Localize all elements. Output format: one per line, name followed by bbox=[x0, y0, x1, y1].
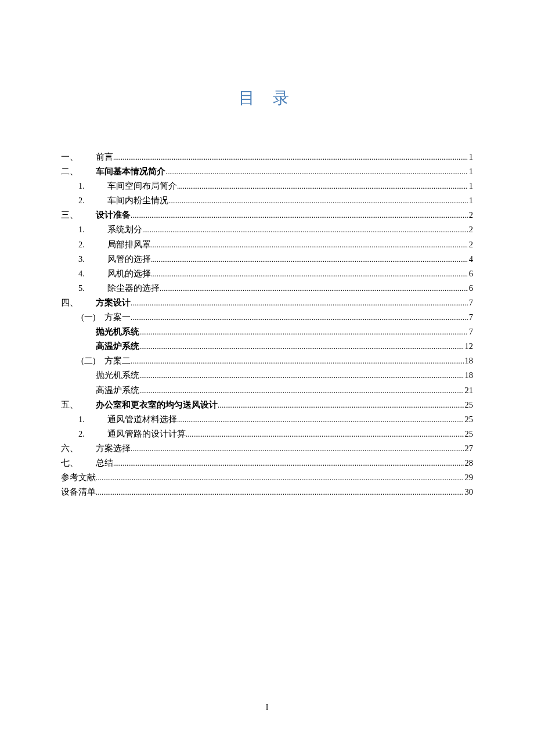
toc-leader-dots bbox=[177, 413, 464, 427]
toc-entry-label: 方案选择 bbox=[96, 441, 131, 456]
toc-leader-dots bbox=[218, 399, 464, 412]
toc-entry: 1.通风管道材料选择25 bbox=[61, 412, 473, 427]
toc-entry: 六、方案选择27 bbox=[61, 441, 473, 456]
toc-entry-label: 设计准备 bbox=[96, 208, 131, 222]
toc-entry-label: 方案二 bbox=[104, 354, 131, 368]
toc-entry-page: 21 bbox=[464, 383, 474, 398]
toc-leader-dots bbox=[186, 428, 464, 441]
toc-entry-label: 通风管路的设计计算 bbox=[107, 427, 186, 441]
toc-entry-label: 总结 bbox=[96, 456, 113, 470]
toc-entry-label: 参考文献 bbox=[61, 470, 96, 485]
toc-leader-dots bbox=[151, 253, 468, 267]
toc-entry-number: 2. bbox=[61, 427, 107, 441]
toc-entry: (一)方案一7 bbox=[61, 310, 473, 325]
toc-leader-dots bbox=[142, 224, 468, 237]
toc-entry-page: 27 bbox=[464, 441, 474, 456]
toc-entry: 1.系统划分2 bbox=[61, 222, 473, 237]
toc-entry: 2.车间内粉尘情况1 bbox=[61, 193, 473, 208]
toc-entry-number: (二) bbox=[61, 354, 104, 368]
toc-entry-page: 7 bbox=[468, 296, 473, 310]
toc-entry: 三、设计准备2 bbox=[61, 208, 473, 222]
toc-entry-number: 七、 bbox=[61, 456, 96, 470]
toc-entry-number: 1. bbox=[61, 179, 107, 193]
toc-entry-page: 18 bbox=[464, 354, 474, 368]
toc-entry: 四、方案设计7 bbox=[61, 296, 473, 310]
toc-entry-number: 2. bbox=[61, 237, 107, 252]
toc-entry-number: 1. bbox=[61, 222, 107, 237]
toc-entry-page: 4 bbox=[468, 252, 473, 267]
toc-entry-label: 风机的选择 bbox=[107, 267, 151, 281]
toc-entry: 高温炉系统12 bbox=[61, 339, 473, 354]
toc-entry-page: 29 bbox=[464, 470, 474, 485]
toc-entry-number: 六、 bbox=[61, 441, 96, 456]
toc-entry: 2.局部排风罩2 bbox=[61, 237, 473, 252]
toc-entry-number: 3. bbox=[61, 252, 107, 267]
toc-entry-page: 7 bbox=[468, 325, 473, 339]
toc-entry-page: 1 bbox=[468, 164, 473, 179]
toc-leader-dots bbox=[165, 165, 468, 179]
toc-entry: 高温炉系统21 bbox=[61, 383, 473, 398]
toc-leader-dots bbox=[131, 311, 468, 325]
toc-entry-label: 车间空间布局简介 bbox=[107, 179, 177, 193]
toc-entry: (二)方案二18 bbox=[61, 354, 473, 368]
toc-entry-page: 2 bbox=[468, 222, 473, 237]
toc-entry-label: 抛光机系统 bbox=[96, 368, 139, 383]
toc-entry-number: 4. bbox=[61, 267, 107, 281]
toc-entry-page: 2 bbox=[468, 237, 473, 252]
toc-title: 目 录 bbox=[61, 87, 473, 109]
toc-leader-dots bbox=[96, 486, 464, 499]
table-of-contents: 一、前言1二、车间基本情况简介11.车间空间布局简介12.车间内粉尘情况1三、设… bbox=[61, 150, 473, 499]
toc-entry: 五、办公室和更衣室的均匀送风设计25 bbox=[61, 398, 473, 412]
toc-entry-label: 除尘器的选择 bbox=[107, 281, 160, 296]
toc-entry: 抛光机系统18 bbox=[61, 368, 473, 383]
toc-entry: 2.通风管路的设计计算25 bbox=[61, 427, 473, 441]
toc-entry-number: 5. bbox=[61, 281, 107, 296]
toc-leader-dots bbox=[151, 268, 468, 281]
toc-entry-label: 前言 bbox=[96, 150, 113, 164]
toc-leader-dots bbox=[160, 282, 468, 296]
toc-entry-label: 设备清单 bbox=[61, 485, 96, 499]
toc-entry-page: 2 bbox=[468, 208, 473, 222]
toc-entry-number: 二、 bbox=[61, 164, 96, 179]
toc-entry-label: 高温炉系统 bbox=[96, 383, 139, 398]
toc-entry: 七、总结28 bbox=[61, 456, 473, 470]
page-number: I bbox=[0, 703, 534, 712]
toc-entry-number: 一、 bbox=[61, 150, 96, 164]
toc-entry: 参考文献29 bbox=[61, 470, 473, 485]
toc-leader-dots bbox=[131, 355, 464, 368]
toc-entry: 二、车间基本情况简介1 bbox=[61, 164, 473, 179]
toc-leader-dots bbox=[177, 180, 468, 193]
toc-entry: 抛光机系统7 bbox=[61, 325, 473, 339]
toc-entry-label: 高温炉系统 bbox=[96, 339, 139, 354]
toc-entry: 3.风管的选择4 bbox=[61, 252, 473, 267]
toc-entry: 一、前言1 bbox=[61, 150, 473, 164]
toc-leader-dots bbox=[96, 471, 464, 485]
toc-entry: 5.除尘器的选择6 bbox=[61, 281, 473, 296]
toc-entry-label: 方案设计 bbox=[96, 296, 131, 310]
toc-entry-page: 25 bbox=[464, 398, 474, 412]
toc-entry-page: 12 bbox=[464, 339, 474, 354]
toc-entry-number: 1. bbox=[61, 412, 107, 427]
toc-leader-dots bbox=[139, 340, 464, 354]
toc-entry-page: 1 bbox=[468, 179, 473, 193]
toc-entry-page: 28 bbox=[464, 456, 474, 470]
toc-leader-dots bbox=[151, 239, 468, 252]
toc-entry: 4.风机的选择6 bbox=[61, 267, 473, 281]
toc-entry-label: 办公室和更衣室的均匀送风设计 bbox=[96, 398, 218, 412]
toc-leader-dots bbox=[113, 151, 468, 164]
toc-entry: 设备清单30 bbox=[61, 485, 473, 499]
toc-entry-page: 25 bbox=[464, 427, 474, 441]
toc-leader-dots bbox=[139, 369, 464, 383]
toc-leader-dots bbox=[131, 297, 468, 310]
toc-entry-label: 车间内粉尘情况 bbox=[107, 193, 168, 208]
toc-entry-label: 抛光机系统 bbox=[96, 325, 139, 339]
toc-leader-dots bbox=[139, 326, 468, 339]
toc-entry-number: 五、 bbox=[61, 398, 96, 412]
toc-entry-label: 通风管道材料选择 bbox=[107, 412, 177, 427]
toc-entry-label: 风管的选择 bbox=[107, 252, 151, 267]
toc-entry-page: 30 bbox=[464, 485, 474, 499]
toc-leader-dots bbox=[131, 209, 468, 222]
toc-entry-page: 6 bbox=[468, 267, 473, 281]
toc-entry-number: 三、 bbox=[61, 208, 96, 222]
toc-entry-number: 四、 bbox=[61, 296, 96, 310]
